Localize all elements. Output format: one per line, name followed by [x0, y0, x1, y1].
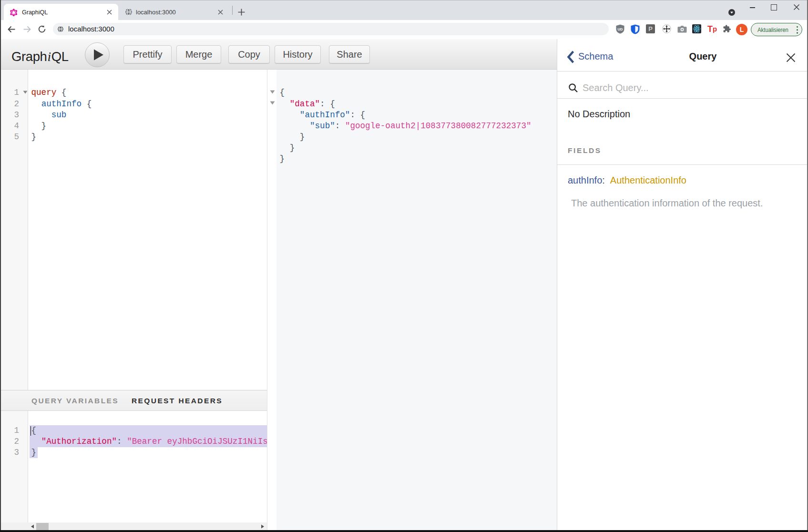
svg-text:UD: UD	[618, 27, 623, 31]
